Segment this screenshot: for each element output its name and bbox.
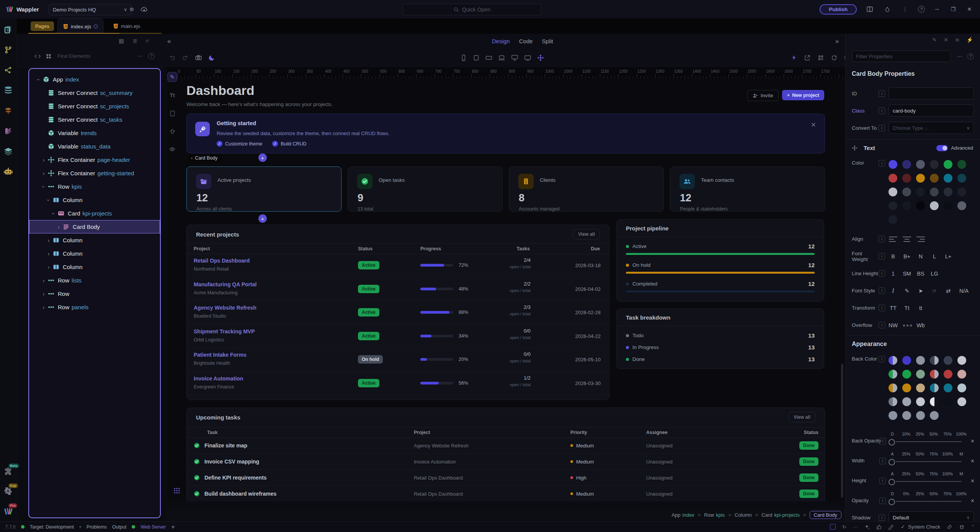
back-color-swatch[interactable] — [902, 411, 911, 420]
back-color-swatch[interactable] — [916, 397, 925, 406]
slider-tick-label[interactable]: 50% — [927, 432, 941, 436]
back-color-swatch[interactable] — [902, 370, 911, 379]
refresh-icon[interactable] — [831, 55, 837, 61]
line-height-option[interactable]: 1 — [889, 271, 898, 277]
tree-item-column[interactable]: ›Column — [29, 260, 160, 274]
screenshot-camera-icon[interactable] — [195, 54, 202, 61]
filter-properties-input[interactable]: Filter Properties — [852, 51, 951, 62]
text-color-swatch[interactable] — [944, 174, 952, 183]
move-tool-icon[interactable] — [537, 54, 544, 61]
transform-option[interactable]: tt — [916, 305, 925, 311]
slider-tick-label[interactable]: A — [885, 472, 899, 476]
back-color-swatch[interactable] — [889, 370, 897, 379]
qr-preview-icon[interactable] — [818, 55, 824, 61]
props-clear-icon[interactable]: ✕ — [944, 37, 948, 43]
new-project-button[interactable]: + New project — [782, 90, 824, 100]
tree-chevron-icon[interactable]: › — [45, 251, 52, 257]
overflow-option[interactable]: NW — [889, 322, 898, 328]
text-color-swatch[interactable] — [930, 160, 939, 169]
slider-knob[interactable] — [889, 499, 895, 505]
insert-after-button[interactable]: + — [258, 214, 267, 223]
kpi-card-check[interactable]: Open tasks913 total — [348, 166, 503, 212]
device-tv-icon[interactable] — [524, 54, 531, 61]
italic-icon[interactable]: I — [889, 287, 898, 294]
slider-tick-label[interactable]: A — [885, 452, 899, 456]
tree-item-column[interactable]: ›Column — [29, 247, 160, 260]
task-row[interactable]: Build dashboard wireframesRetail Ops Das… — [187, 486, 825, 501]
slider-tick-label[interactable]: 25% — [913, 491, 927, 496]
workflows-rail-icon[interactable] — [3, 65, 13, 75]
help-icon[interactable]: ? — [918, 6, 925, 13]
problems-button[interactable]: Problems — [87, 524, 107, 530]
text-color-swatch[interactable] — [916, 201, 925, 210]
selection-breadcrumb-tag[interactable]: ‹ Card Body — [188, 154, 221, 162]
slider-tick-label[interactable]: 0% — [899, 491, 913, 496]
back-color-swatch[interactable] — [944, 356, 952, 365]
thumbs-up-icon[interactable] — [876, 524, 882, 530]
text-color-swatch[interactable] — [916, 174, 925, 183]
routes-rail-icon[interactable] — [3, 106, 13, 116]
overflow-option[interactable]: ∘∘∘ — [902, 322, 911, 328]
project-row[interactable]: Patient Intake FormsBrightside HealthOn … — [187, 348, 609, 372]
slider-clear-icon[interactable]: ✕ — [970, 498, 975, 504]
tree-chevron-icon[interactable]: › — [40, 304, 47, 310]
tree-chevron-icon[interactable]: › — [41, 183, 47, 190]
slider-tick-label[interactable]: 100% — [954, 491, 968, 496]
collapse-status-icon[interactable]: ⌃ — [971, 524, 975, 529]
text-color-swatch[interactable] — [916, 188, 925, 196]
font-style-info-icon[interactable]: i — [879, 287, 885, 294]
tree-item-row-panels[interactable]: ›Rowpanels — [29, 300, 160, 314]
slider-track[interactable] — [896, 481, 962, 482]
font-weight-option[interactable]: B+ — [902, 253, 911, 259]
task-row[interactable]: Finalize site mapAgency Website RefreshM… — [187, 437, 825, 454]
invite-button[interactable]: Invite — [747, 90, 779, 101]
tree-item-row[interactable]: ›Row — [29, 287, 160, 300]
slider-tick-label[interactable]: 100% — [954, 432, 968, 436]
back-color-swatch[interactable] — [916, 411, 925, 420]
slider-tick-label[interactable]: 75% — [941, 491, 954, 496]
slider-tick-label[interactable]: 75% — [927, 472, 941, 476]
project-name-link[interactable]: Manufacturing QA Portal — [194, 281, 256, 287]
web-server-button[interactable]: Web Server — [140, 524, 166, 530]
back-color-swatch[interactable] — [930, 356, 939, 365]
text-color-swatch[interactable] — [902, 174, 911, 183]
text-color-swatch[interactable] — [944, 160, 952, 169]
back-color-swatch[interactable] — [957, 370, 966, 379]
slider-knob[interactable] — [889, 459, 895, 465]
transform-option[interactable]: Tt — [902, 305, 911, 311]
back-color-swatch[interactable] — [957, 397, 966, 406]
slider-tick-label[interactable]: 75% — [941, 432, 954, 436]
hand-style-icon[interactable]: ☞ — [930, 288, 939, 294]
tree-chevron-icon[interactable]: › — [40, 157, 47, 163]
id-info-icon[interactable]: i — [879, 90, 885, 97]
text-color-swatch[interactable] — [902, 188, 911, 196]
quick-open-search[interactable]: Quick Open — [403, 4, 541, 15]
slider-tick-label[interactable]: 50% — [927, 491, 941, 496]
highlight-pen-icon[interactable]: ✎ — [902, 288, 911, 294]
advanced-toggle[interactable] — [936, 145, 948, 151]
panel-pages-icon[interactable]: ▦ — [119, 38, 124, 44]
class-label[interactable]: Class — [852, 108, 879, 114]
tree-chevron-icon[interactable]: › — [51, 210, 57, 217]
overflow-option[interactable]: Wb — [916, 322, 925, 328]
project-name-link[interactable]: Invoice Automation — [194, 375, 243, 382]
tree-chevron-icon[interactable]: › — [55, 224, 62, 230]
slider-tick-label[interactable]: D — [885, 491, 899, 496]
text-color-swatch[interactable] — [957, 174, 966, 183]
project-name-link[interactable]: Agency Website Refresh — [194, 305, 256, 311]
edit-mode-icon[interactable]: ✎ — [167, 72, 177, 82]
font-weight-option[interactable]: N — [916, 253, 925, 259]
theme-droplet-icon[interactable] — [883, 5, 892, 14]
reload-icon[interactable]: ↻ — [842, 524, 846, 530]
text-color-swatch[interactable] — [889, 188, 897, 196]
wappler-pro-rail-icon[interactable]: Pro — [3, 506, 13, 516]
text-color-swatch[interactable] — [944, 188, 952, 196]
code-tag-icon[interactable] — [34, 53, 41, 59]
back-color-swatch[interactable] — [902, 356, 911, 365]
slider-info-icon[interactable]: i — [879, 438, 886, 444]
slider-tick-label[interactable]: 50% — [913, 452, 927, 456]
id-input[interactable] — [889, 87, 974, 100]
selection-mode-icon[interactable] — [830, 524, 836, 530]
back-color-swatch[interactable] — [957, 356, 966, 365]
slider-tick-label[interactable]: M — [954, 452, 968, 456]
